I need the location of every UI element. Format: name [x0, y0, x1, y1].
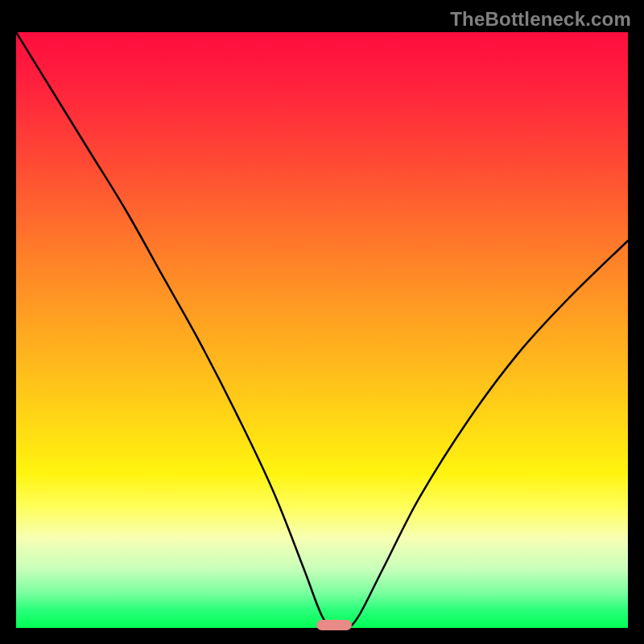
- plot-area: [16, 32, 628, 628]
- bottleneck-curve: [16, 32, 628, 628]
- minimum-marker: [316, 620, 352, 630]
- chart-frame: TheBottleneck.com: [0, 0, 644, 644]
- watermark-text: TheBottleneck.com: [450, 8, 631, 31]
